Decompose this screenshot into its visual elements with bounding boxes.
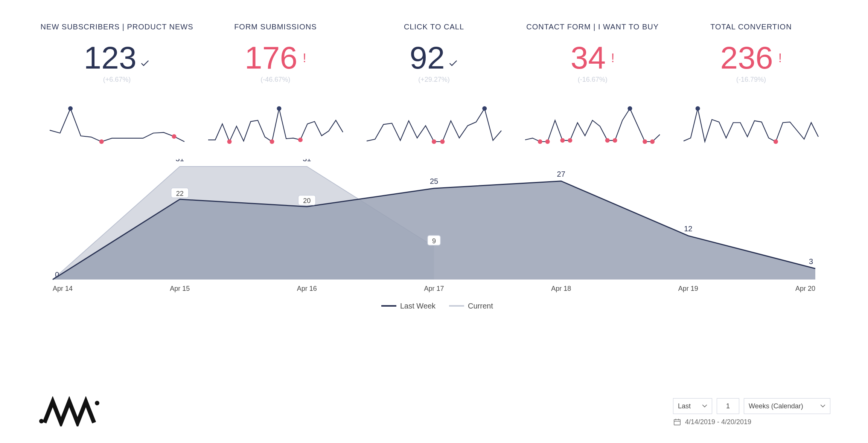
kpi-title: CONTACT FORM | I WANT TO BUY <box>513 23 672 31</box>
svg-point-7 <box>482 106 487 111</box>
kpi-value: 92 <box>410 42 445 73</box>
date-range-text: 4/14/2019 - 4/20/2019 <box>685 418 751 426</box>
spark-total-conversion <box>672 99 830 144</box>
svg-text:31: 31 <box>303 159 311 163</box>
svg-point-15 <box>605 138 610 143</box>
svg-text:3: 3 <box>809 257 813 266</box>
svg-text:Apr 20: Apr 20 <box>795 285 815 292</box>
svg-text:Last Week: Last Week <box>400 302 436 310</box>
logo <box>38 396 102 428</box>
sparkline-row <box>0 84 868 144</box>
kpi-value: 34 <box>571 42 606 73</box>
kpi-delta: (-16.79%) <box>672 76 830 84</box>
kpi-value-wrap: 92 <box>355 42 513 73</box>
svg-rect-47 <box>674 420 681 425</box>
kpi-title: TOTAL CONVERTION <box>672 23 830 31</box>
alert-icon: ! <box>300 51 306 64</box>
kpi-contact-form: CONTACT FORM | I WANT TO BUY 34 ! (-16.6… <box>513 23 672 84</box>
count-input[interactable]: 1 <box>717 398 739 414</box>
date-range-row: 4/14/2019 - 4/20/2019 <box>673 418 751 426</box>
kpi-value: 123 <box>84 42 137 73</box>
svg-text:Apr 15: Apr 15 <box>170 285 190 292</box>
svg-point-1 <box>99 139 104 144</box>
kpi-total-conversion: TOTAL CONVERTION 236 ! (-16.79%) <box>672 23 830 84</box>
svg-text:Apr 18: Apr 18 <box>551 285 571 292</box>
svg-point-4 <box>227 139 231 144</box>
svg-point-12 <box>545 139 550 144</box>
check-icon <box>140 42 150 73</box>
kpi-row: NEW SUBSCRIBERS | PRODUCT NEWS 123 (+6.6… <box>0 0 868 84</box>
svg-point-16 <box>613 138 617 143</box>
svg-text:Apr 16: Apr 16 <box>297 285 317 292</box>
kpi-value-wrap: 176 ! <box>196 42 355 73</box>
calendar-icon <box>673 418 681 426</box>
kpi-value-wrap: 123 <box>38 42 196 73</box>
svg-point-2 <box>172 134 176 139</box>
spark-contact-form <box>513 99 672 144</box>
svg-point-6 <box>298 137 303 142</box>
svg-point-46 <box>95 401 99 405</box>
spark-new-subscribers <box>38 99 196 144</box>
svg-text:20: 20 <box>303 197 311 205</box>
kpi-title: NEW SUBSCRIBERS | PRODUCT NEWS <box>38 23 196 31</box>
kpi-delta: (-16.67%) <box>513 76 672 84</box>
kpi-value: 236 <box>720 42 773 73</box>
svg-point-3 <box>277 106 281 111</box>
kpi-delta: (-46.67%) <box>196 76 355 84</box>
svg-point-19 <box>696 106 700 111</box>
alert-icon: ! <box>609 51 614 64</box>
svg-text:Apr 19: Apr 19 <box>678 285 698 292</box>
weekly-area-chart: Apr 14Apr 15Apr 16Apr 17Apr 18Apr 19Apr … <box>38 159 830 319</box>
period-select[interactable]: Last <box>673 398 712 414</box>
chevron-down-icon <box>702 403 707 409</box>
svg-text:27: 27 <box>557 170 565 178</box>
svg-point-18 <box>650 139 655 144</box>
kpi-delta: (+6.67%) <box>38 76 196 84</box>
svg-text:31: 31 <box>176 159 184 163</box>
count-value: 1 <box>726 402 730 410</box>
svg-point-0 <box>68 106 73 111</box>
svg-text:0: 0 <box>55 270 59 279</box>
svg-point-5 <box>270 139 274 144</box>
svg-point-14 <box>568 138 573 143</box>
svg-text:25: 25 <box>430 177 438 185</box>
chevron-down-icon <box>820 403 825 409</box>
svg-point-17 <box>643 139 647 144</box>
svg-point-13 <box>560 138 565 143</box>
svg-text:12: 12 <box>684 225 692 233</box>
kpi-click-to-call: CLICK TO CALL 92 (+29.27%) <box>355 23 513 84</box>
svg-text:9: 9 <box>432 237 436 245</box>
svg-point-8 <box>432 139 436 144</box>
kpi-new-subscribers: NEW SUBSCRIBERS | PRODUCT NEWS 123 (+6.6… <box>38 23 196 84</box>
spark-click-to-call <box>355 99 513 144</box>
kpi-title: FORM SUBMISSIONS <box>196 23 355 31</box>
kpi-value-wrap: 34 ! <box>513 42 672 73</box>
svg-text:Apr 14: Apr 14 <box>53 285 73 292</box>
unit-select[interactable]: Weeks (Calendar) <box>744 398 830 414</box>
period-select-value: Last <box>678 402 691 410</box>
svg-text:Apr 17: Apr 17 <box>424 285 444 292</box>
svg-point-10 <box>628 106 632 111</box>
kpi-delta: (+29.27%) <box>355 76 513 84</box>
kpi-title: CLICK TO CALL <box>355 23 513 31</box>
kpi-value: 176 <box>245 42 297 73</box>
alert-icon: ! <box>776 51 782 64</box>
check-icon <box>448 42 458 73</box>
svg-point-20 <box>774 139 778 144</box>
footer: Last 1 Weeks (Calendar) 4/14/2019 - 4/20… <box>0 396 868 428</box>
unit-select-value: Weeks (Calendar) <box>749 402 803 410</box>
svg-point-9 <box>440 139 445 144</box>
svg-text:22: 22 <box>176 190 184 197</box>
date-controls: Last 1 Weeks (Calendar) 4/14/2019 - 4/20… <box>673 398 830 426</box>
svg-text:Current: Current <box>468 302 493 310</box>
svg-point-11 <box>538 139 542 144</box>
kpi-form-submissions: FORM SUBMISSIONS 176 ! (-46.67%) <box>196 23 355 84</box>
kpi-value-wrap: 236 ! <box>672 42 830 73</box>
spark-form-submissions <box>196 99 355 144</box>
